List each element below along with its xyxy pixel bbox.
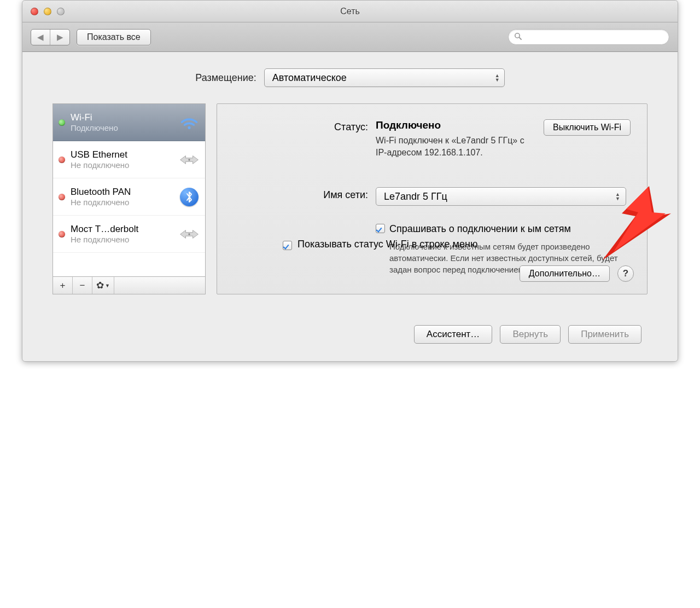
- status-label: Статус:: [234, 119, 376, 133]
- svg-line-1: [519, 37, 521, 39]
- toolbar: ◀ ▶ Показать все: [22, 22, 678, 52]
- network-name-row: Имя сети: Le7andr 5 ГГц ▲▼: [234, 187, 631, 206]
- wifi-icon: [179, 114, 200, 131]
- location-label: Размещение:: [195, 72, 256, 84]
- zoom-button[interactable]: [57, 8, 65, 15]
- titlebar: Сеть: [22, 1, 678, 22]
- service-name: Wi-Fi: [71, 112, 173, 123]
- search-icon: [514, 32, 522, 42]
- service-name: Мост T…derbolt: [71, 224, 173, 235]
- service-actions-button[interactable]: ✿▼: [92, 277, 114, 294]
- service-text: Wi-Fi Подключено: [71, 112, 173, 132]
- sidebar-footer: + − ✿▼: [52, 277, 206, 294]
- toggle-wifi-button[interactable]: Выключить Wi-Fi: [544, 119, 631, 136]
- show-status-checkbox[interactable]: [283, 241, 292, 250]
- service-list: Wi-Fi Подключено: [52, 103, 206, 277]
- help-button[interactable]: ?: [617, 265, 634, 282]
- advanced-row: Дополнительно… ?: [520, 265, 634, 282]
- status-row: Статус: Подключено Wi-Fi подключен к «Le…: [234, 119, 631, 159]
- chevron-down-icon: ▼: [105, 283, 110, 288]
- service-status: Не подключено: [71, 235, 173, 244]
- network-name-label: Имя сети:: [234, 187, 376, 201]
- status-value: Подключено: [376, 119, 533, 131]
- svg-point-4: [188, 233, 190, 235]
- connection-info: Wi-Fi подключен к «Le7andr 5 ГГц» с IP-а…: [376, 135, 533, 159]
- window-title: Сеть: [22, 7, 678, 16]
- popup-arrows-icon: ▲▼: [495, 73, 500, 82]
- content-area: Размещение: Автоматическое ▲▼ Wi-Fi Подк…: [22, 52, 678, 311]
- minimize-button[interactable]: [44, 8, 51, 15]
- network-name-value: Le7andr 5 ГГц: [384, 191, 447, 202]
- network-preferences-window: Сеть ◀ ▶ Показать все Размещение: Автома…: [22, 0, 678, 362]
- service-item-usb-ethernet[interactable]: USB Ethernet Не подключено: [53, 141, 205, 178]
- show-status-row: Показывать статус Wi-Fi в строке меню: [283, 239, 477, 250]
- service-text: USB Ethernet Не подключено: [71, 149, 173, 170]
- service-item-bluetooth[interactable]: Bluetooth PAN Не подключено: [53, 178, 205, 216]
- location-popup[interactable]: Автоматическое ▲▼: [264, 68, 505, 87]
- back-button[interactable]: ◀: [31, 30, 50, 45]
- remove-service-button[interactable]: −: [73, 277, 92, 294]
- service-name: Bluetooth PAN: [71, 187, 173, 198]
- advanced-button[interactable]: Дополнительно…: [520, 265, 610, 282]
- status-dot-red: [59, 231, 65, 238]
- gear-icon: ✿: [96, 280, 104, 291]
- bottom-bar: Ассистент… Вернуть Применить: [22, 311, 678, 361]
- svg-point-2: [188, 126, 190, 129]
- show-all-button[interactable]: Показать все: [77, 29, 151, 45]
- assistant-button[interactable]: Ассистент…: [414, 325, 493, 344]
- network-name-popup[interactable]: Le7andr 5 ГГц ▲▼: [376, 187, 626, 206]
- search-field[interactable]: [508, 29, 669, 45]
- service-text: Bluetooth PAN Не подключено: [71, 187, 173, 207]
- popup-arrows-icon: ▲▼: [615, 192, 620, 201]
- forward-button[interactable]: ▶: [50, 30, 69, 45]
- service-item-wifi[interactable]: Wi-Fi Подключено: [53, 104, 205, 141]
- service-name: USB Ethernet: [71, 149, 173, 160]
- service-status: Не подключено: [71, 198, 173, 207]
- detail-panel: Статус: Подключено Wi-Fi подключен к «Le…: [217, 103, 648, 294]
- location-value: Автоматическое: [272, 72, 347, 84]
- nav-segment: ◀ ▶: [31, 29, 70, 45]
- revert-button[interactable]: Вернуть: [500, 325, 561, 344]
- bluetooth-icon: [179, 188, 200, 206]
- service-status: Подключено: [71, 123, 173, 132]
- service-item-thunderbolt[interactable]: Мост T…derbolt Не подключено: [53, 216, 205, 253]
- close-button[interactable]: [31, 8, 38, 15]
- traffic-lights: [22, 8, 65, 15]
- service-status: Не подключено: [71, 160, 173, 170]
- svg-point-3: [188, 159, 190, 160]
- location-row: Размещение: Автоматическое ▲▼: [52, 68, 648, 87]
- status-dot-red: [59, 194, 65, 200]
- sidebar: Wi-Fi Подключено: [52, 103, 206, 294]
- apply-button[interactable]: Применить: [568, 325, 641, 344]
- status-dot-red: [59, 157, 65, 163]
- ask-join-label: Спрашивать о подключении к ым сетям: [389, 222, 625, 235]
- ethernet-icon: [179, 225, 200, 243]
- service-text: Мост T…derbolt Не подключено: [71, 224, 173, 244]
- ethernet-icon: [179, 151, 200, 169]
- ask-join-checkbox[interactable]: [376, 224, 385, 233]
- status-dot-green: [59, 119, 65, 126]
- main-row: Wi-Fi Подключено: [52, 103, 648, 294]
- add-service-button[interactable]: +: [53, 277, 73, 294]
- show-status-label: Показывать статус Wi-Fi в строке меню: [298, 239, 477, 250]
